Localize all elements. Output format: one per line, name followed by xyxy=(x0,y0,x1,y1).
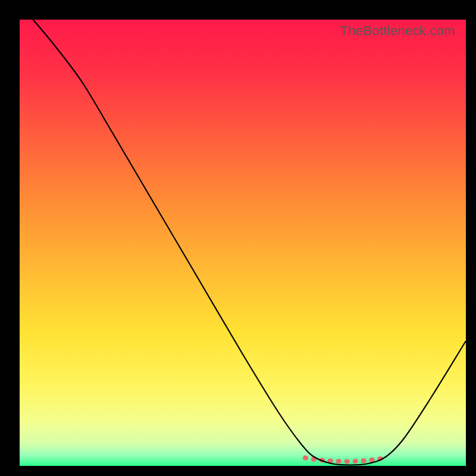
chart-frame: TheBottleneck.com xyxy=(0,0,476,476)
plot-area: TheBottleneck.com xyxy=(20,20,466,466)
curve-layer xyxy=(20,20,466,466)
bottleneck-curve xyxy=(33,20,466,465)
